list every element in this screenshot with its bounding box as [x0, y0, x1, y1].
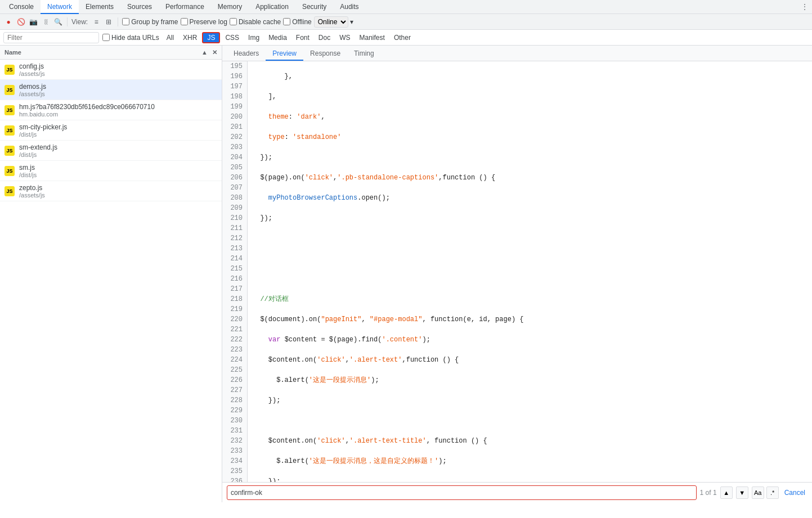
hide-data-urls-group: Hide data URLs: [102, 34, 159, 42]
file-name-zepto: zepto.js: [19, 184, 45, 192]
tab-headers[interactable]: Headers: [227, 47, 266, 61]
group-by-frame-group: Group by frame: [122, 18, 178, 26]
js-icon-sm-extend: JS: [5, 146, 15, 156]
file-info-sm-city: sm-city-picker.js /dist/js: [19, 123, 67, 138]
group-by-frame-label[interactable]: Group by frame: [131, 18, 178, 26]
js-icon-config: JS: [5, 65, 15, 75]
filter-type-buttons: All XHR JS CSS Img Media Font Doc WS Man…: [163, 32, 415, 43]
view-label: View:: [71, 18, 88, 26]
tab-console[interactable]: Console: [2, 0, 41, 14]
tab-bar: Console Network Elements Sources Perform…: [0, 0, 812, 14]
close-all-icon[interactable]: ✕: [212, 49, 217, 56]
view-grid-button[interactable]: ⊞: [104, 17, 114, 27]
tab-response[interactable]: Response: [303, 47, 347, 61]
filter-ws[interactable]: WS: [335, 32, 354, 43]
js-icon-hm: JS: [5, 105, 15, 115]
tab-network[interactable]: Network: [41, 0, 79, 14]
hide-data-urls-label[interactable]: Hide data URLs: [111, 34, 159, 42]
filter-other[interactable]: Other: [390, 32, 415, 43]
hide-data-urls-checkbox[interactable]: [102, 34, 110, 41]
toolbar-sep-1: [67, 17, 68, 26]
file-item-demos[interactable]: JS demos.js /assets/js: [0, 80, 222, 100]
file-name-hm: hm.js?ba76f8230db5f616edc89ce066670710: [19, 103, 155, 111]
js-icon-demos: JS: [5, 85, 15, 95]
file-name-sm-extend: sm-extend.js: [19, 143, 57, 151]
offline-label[interactable]: Offline: [292, 18, 311, 26]
record-button[interactable]: ●: [3, 17, 14, 27]
view-list-button[interactable]: ≡: [91, 17, 101, 27]
filter-font[interactable]: Font: [292, 32, 313, 43]
filter-css[interactable]: CSS: [221, 32, 243, 43]
detail-tabs: Headers Preview Response Timing: [222, 46, 812, 61]
file-name-sm-city: sm-city-picker.js: [19, 123, 67, 131]
filter-img[interactable]: Img: [244, 32, 263, 43]
group-by-frame-checkbox[interactable]: [122, 18, 129, 25]
clear-button[interactable]: 🚫: [16, 17, 26, 27]
tab-elements[interactable]: Elements: [79, 0, 120, 14]
match-case-button[interactable]: Aa: [752, 487, 764, 499]
file-item-sm-city[interactable]: JS sm-city-picker.js /dist/js: [0, 120, 222, 141]
preserve-log-group: Preserve log: [181, 18, 227, 26]
toolbar-sep-2: [118, 17, 118, 26]
throttle-dropdown-icon: ▾: [350, 18, 353, 26]
tab-security[interactable]: Security: [295, 0, 333, 14]
file-info-sm: sm.js /dist/js: [19, 164, 37, 178]
disable-cache-checkbox[interactable]: [230, 18, 237, 25]
camera-button[interactable]: 📷: [28, 17, 38, 27]
filter-row: Hide data URLs All XHR JS CSS Img Media …: [0, 30, 812, 46]
js-icon-sm-city: JS: [5, 125, 15, 136]
disable-cache-group: Disable cache: [230, 18, 281, 26]
throttle-select[interactable]: Online: [314, 16, 348, 28]
filter-doc[interactable]: Doc: [315, 32, 334, 43]
tab-bar-end: ⋮: [800, 2, 810, 12]
tab-application[interactable]: Application: [249, 0, 295, 14]
file-info-zepto: zepto.js /assets/js: [19, 184, 45, 199]
file-path-sm-extend: /dist/js: [19, 151, 57, 158]
tab-timing[interactable]: Timing: [347, 47, 381, 61]
search-options: Aa .*: [752, 487, 779, 499]
search-input[interactable]: [231, 489, 693, 497]
file-item-sm[interactable]: JS sm.js /dist/js: [0, 161, 222, 181]
tab-performance[interactable]: Performance: [159, 0, 211, 14]
file-path-zepto: /assets/js: [19, 192, 45, 199]
file-name-demos: demos.js: [19, 83, 46, 91]
file-item-sm-extend[interactable]: JS sm-extend.js /dist/js: [0, 141, 222, 161]
file-name-config: config.js: [19, 62, 45, 70]
code-panel: Headers Preview Response Timing 19519619…: [222, 46, 812, 502]
file-name-sm: sm.js: [19, 164, 37, 172]
cancel-button[interactable]: Cancel: [782, 489, 807, 497]
tab-audits[interactable]: Audits: [333, 0, 365, 14]
file-item-zepto[interactable]: JS zepto.js /assets/js: [0, 181, 222, 201]
search-bar: 1 of 1 ▲ ▼ Aa .* Cancel: [222, 482, 812, 502]
main-layout: Name ▲ ✕ JS config.js /assets/js JS demo…: [0, 46, 812, 502]
file-item-config[interactable]: JS config.js /assets/js: [0, 60, 222, 80]
disable-cache-label[interactable]: Disable cache: [239, 18, 281, 26]
js-icon-zepto: JS: [5, 186, 15, 196]
more-options-button[interactable]: ⋮: [800, 2, 810, 12]
tab-preview[interactable]: Preview: [266, 47, 303, 61]
offline-checkbox[interactable]: [283, 18, 290, 25]
filter-media[interactable]: Media: [264, 32, 291, 43]
search-button[interactable]: 🔍: [53, 17, 63, 27]
offline-group: Offline: [283, 18, 311, 26]
filter-all[interactable]: All: [163, 32, 178, 43]
filter-xhr[interactable]: XHR: [179, 32, 201, 43]
tab-sources[interactable]: Sources: [120, 0, 159, 14]
file-list-header: Name ▲ ✕: [0, 46, 222, 60]
preserve-log-checkbox[interactable]: [181, 18, 188, 25]
search-next-button[interactable]: ▼: [736, 487, 748, 499]
file-info-hm: hm.js?ba76f8230db5f616edc89ce066670710 h…: [19, 103, 155, 118]
search-input-wrap: [227, 485, 697, 500]
tab-memory[interactable]: Memory: [211, 0, 249, 14]
line-numbers: 195196197198199 200201202203204 20520620…: [222, 61, 248, 502]
filter-js[interactable]: JS: [202, 32, 220, 43]
preserve-log-label[interactable]: Preserve log: [190, 18, 227, 26]
file-item-hm[interactable]: JS hm.js?ba76f8230db5f616edc89ce06667071…: [0, 100, 222, 120]
filter-input[interactable]: [3, 32, 99, 43]
search-prev-button[interactable]: ▲: [720, 487, 733, 499]
filter-button[interactable]: ⧛: [41, 17, 51, 27]
name-column-header: Name: [5, 49, 21, 56]
regex-button[interactable]: .*: [766, 487, 779, 499]
file-path-sm-city: /dist/js: [19, 131, 67, 138]
filter-manifest[interactable]: Manifest: [356, 32, 389, 43]
